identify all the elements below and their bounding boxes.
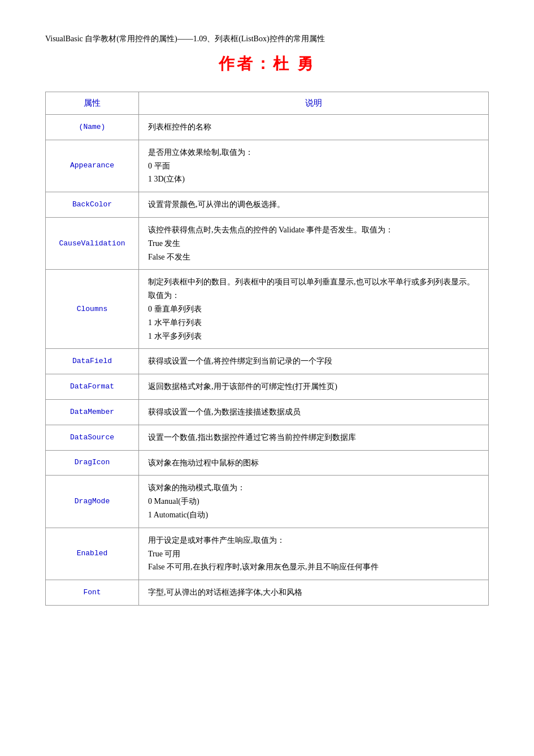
author-line: 作者：杜 勇 [45,53,489,75]
property-cell: DataMember [46,399,139,425]
table-row: Font字型,可从弹出的对话框选择字体,大小和风格 [46,580,489,606]
table-row: DragMode该对象的拖动模式,取值为：0 Manual(手动)1 Autom… [46,476,489,528]
description-cell: 该对象在拖动过程中鼠标的图标 [139,450,489,476]
table-row: (Name)列表框控件的名称 [46,115,489,140]
property-cell: Enabled [46,528,139,580]
description-cell: 用于设定是或对事件产生响应,取值为：True 可用False 不可用,在执行程序… [139,528,489,580]
property-cell: Cloumns [46,270,139,349]
description-cell: 该控件获得焦点时,失去焦点的控件的 Validate 事件是否发生。取值为：Tr… [139,217,489,269]
table-row: DataFormat返回数据格式对象,用于该部件的可绑定性(打开属性页) [46,374,489,400]
table-row: CauseValidation该控件获得焦点时,失去焦点的控件的 Validat… [46,217,489,269]
table-row: DataField获得或设置一个值,将控件绑定到当前记录的一个字段 [46,349,489,374]
description-cell: 制定列表框中列的数目。列表框中的项目可以单列垂直显示,也可以水平单行或多列列表显… [139,270,489,349]
table-row: Cloumns制定列表框中列的数目。列表框中的项目可以单列垂直显示,也可以水平单… [46,270,489,349]
property-cell: Appearance [46,140,139,192]
header-title: VisualBasic 自学教材(常用控件的属性)——1.09、列表框(List… [45,34,489,44]
property-cell: DragMode [46,476,139,528]
description-cell: 获得或设置一个值,为数据连接描述数据成员 [139,399,489,425]
description-cell: 该对象的拖动模式,取值为：0 Manual(手动)1 Automatic(自动) [139,476,489,528]
description-cell: 获得或设置一个值,将控件绑定到当前记录的一个字段 [139,349,489,374]
property-cell: BackColor [46,192,139,218]
description-cell: 是否用立体效果绘制,取值为：0 平面1 3D(立体) [139,140,489,192]
table-row: DataMember获得或设置一个值,为数据连接描述数据成员 [46,399,489,425]
table-row: Appearance是否用立体效果绘制,取值为：0 平面1 3D(立体) [46,140,489,192]
col-description-header: 说明 [139,92,489,115]
author-text: 作者：杜 勇 [219,55,315,72]
property-cell: DragIcon [46,450,139,476]
page-header: VisualBasic 自学教材(常用控件的属性)——1.09、列表框(List… [45,34,489,44]
description-cell: 返回数据格式对象,用于该部件的可绑定性(打开属性页) [139,374,489,400]
property-cell: CauseValidation [46,217,139,269]
description-cell: 设置背景颜色,可从弹出的调色板选择。 [139,192,489,218]
property-cell: (Name) [46,115,139,140]
col-property-header: 属性 [46,92,139,115]
table-row: DragIcon该对象在拖动过程中鼠标的图标 [46,450,489,476]
description-cell: 设置一个数值,指出数据控件通过它将当前控件绑定到数据库 [139,425,489,450]
property-cell: DataField [46,349,139,374]
table-header-row: 属性 说明 [46,92,489,115]
property-cell: DataFormat [46,374,139,400]
property-cell: Font [46,580,139,606]
properties-table: 属性 说明 (Name)列表框控件的名称Appearance是否用立体效果绘制,… [45,92,489,606]
table-row: BackColor设置背景颜色,可从弹出的调色板选择。 [46,192,489,218]
property-cell: DataSource [46,425,139,450]
description-cell: 字型,可从弹出的对话框选择字体,大小和风格 [139,580,489,606]
description-cell: 列表框控件的名称 [139,115,489,140]
table-row: DataSource设置一个数值,指出数据控件通过它将当前控件绑定到数据库 [46,425,489,450]
table-row: Enabled用于设定是或对事件产生响应,取值为：True 可用False 不可… [46,528,489,580]
